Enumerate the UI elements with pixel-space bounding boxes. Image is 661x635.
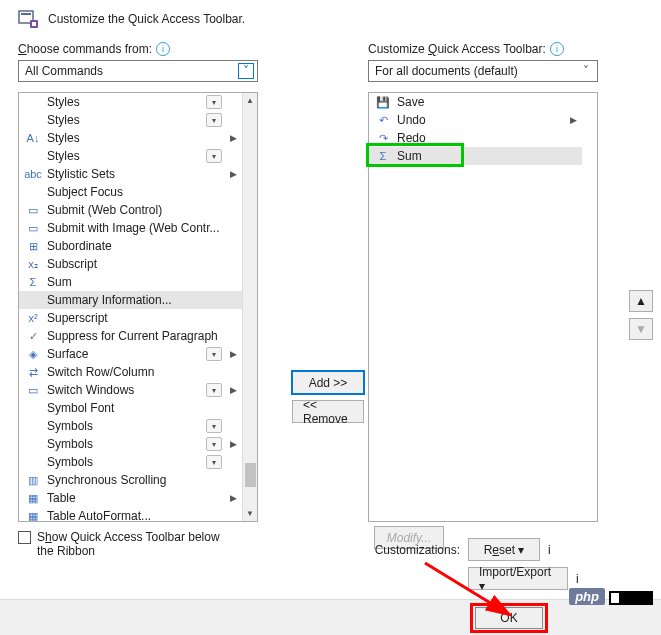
info-icon[interactable]: i [550,42,564,56]
submenu-icon: ▶ [224,133,242,143]
dialog-footer [0,599,661,635]
command-item[interactable]: Σ Sum [19,273,242,291]
chevron-down-icon: ˅ [578,63,594,79]
dropdown-icon: ▾ [206,347,222,361]
item-icon: x₂ [25,256,41,272]
triangle-down-icon: ▼ [635,322,647,336]
command-item[interactable]: Styles ▾ [19,147,242,165]
add-button[interactable]: Add >> [292,371,364,394]
scrollbar[interactable]: ▲ ▼ [242,93,257,521]
command-item[interactable]: Symbols ▾ [19,453,242,471]
command-item[interactable]: Subject Focus [19,183,242,201]
submenu-icon: ▶ [564,115,582,125]
item-icon: ↶ [375,112,391,128]
item-label: Subordinate [47,239,224,253]
command-item[interactable]: A↓ Styles ▶ [19,129,242,147]
svg-rect-3 [32,22,36,26]
move-down-button: ▼ [629,318,653,340]
command-item[interactable]: Summary Information... [19,291,242,309]
command-item[interactable]: ⊞ Subordinate [19,237,242,255]
commands-from-value: All Commands [25,64,103,78]
command-item[interactable]: Symbols ▾ [19,417,242,435]
item-label: Styles [47,95,206,109]
item-icon: ▭ [25,382,41,398]
import-export-button[interactable]: Import/Export ▾ [468,567,568,590]
command-item[interactable]: ▭ Submit (Web Control) [19,201,242,219]
command-item[interactable]: ⇄ Switch Row/Column [19,363,242,381]
import-export-label: Import/Export ▾ [479,565,557,593]
command-item[interactable]: Symbol Font [19,399,242,417]
watermark: php [569,588,605,605]
item-icon: ▭ [25,202,41,218]
item-icon: x² [25,310,41,326]
reset-button-label: Reset ▾ [484,543,525,557]
customizations-label: Customizations: [365,543,460,557]
dropdown-icon: ▾ [206,95,222,109]
command-item[interactable]: ▭ Switch Windows ▾ ▶ [19,381,242,399]
command-item[interactable]: ▦ Table AutoFormat... [19,507,242,521]
qat-header-icon [18,8,40,30]
dropdown-icon: ▾ [206,113,222,127]
item-label: Suppress for Current Paragraph [47,329,224,343]
commands-listbox[interactable]: Styles ▾ Styles ▾ A↓ Styles ▶ Styles ▾ a… [18,92,258,522]
item-label: Subscript [47,257,224,271]
item-icon: ▭ [25,220,41,236]
item-label: Table AutoFormat... [47,509,224,521]
item-label: Switch Row/Column [47,365,224,379]
command-item[interactable]: Styles ▾ [19,111,242,129]
command-item[interactable]: ▦ Table ▶ [19,489,242,507]
choose-commands-label: Choose commands from: [18,42,152,56]
show-below-ribbon-checkbox[interactable] [18,531,31,544]
command-item[interactable]: ✓ Suppress for Current Paragraph [19,327,242,345]
item-label: Surface [47,347,206,361]
command-item[interactable]: x₂ Subscript [19,255,242,273]
reset-button[interactable]: Reset ▾ [468,538,540,561]
item-label: Submit (Web Control) [47,203,224,217]
add-button-label: Add >> [309,376,348,390]
remove-button[interactable]: << Remove [292,400,364,423]
qat-item[interactable]: ↶ Undo ▶ [369,111,582,129]
annotation-highlight [470,603,548,633]
item-icon: A↓ [25,130,41,146]
item-label: Save [397,95,582,109]
item-icon: 💾 [375,94,391,110]
for-documents-dropdown[interactable]: For all documents (default) ˅ [368,60,598,82]
command-item[interactable]: ▭ Submit with Image (Web Contr... [19,219,242,237]
command-item[interactable]: abc Stylistic Sets ▶ [19,165,242,183]
info-icon[interactable]: i [576,572,579,586]
scroll-down-icon[interactable]: ▼ [243,506,258,521]
item-label: Table [47,491,224,505]
item-icon: ▦ [25,508,41,521]
command-item[interactable]: x² Superscript [19,309,242,327]
command-item[interactable]: ◈ Surface ▾ ▶ [19,345,242,363]
triangle-up-icon: ▲ [635,294,647,308]
scroll-up-icon[interactable]: ▲ [243,93,258,108]
item-label: Symbols [47,455,206,469]
item-icon: abc [25,166,41,182]
dropdown-icon: ▾ [206,419,222,433]
item-icon [25,454,41,470]
command-item[interactable]: Symbols ▾ ▶ [19,435,242,453]
item-icon: ⇄ [25,364,41,380]
item-icon: ▥ [25,472,41,488]
dropdown-icon: ▾ [206,149,222,163]
command-item[interactable]: Styles ▾ [19,93,242,111]
dropdown-icon: ▾ [206,437,222,451]
item-icon [25,148,41,164]
item-icon [25,94,41,110]
item-label: Switch Windows [47,383,206,397]
item-label: Sum [47,275,224,289]
item-icon [25,184,41,200]
item-label: Subject Focus [47,185,224,199]
command-item[interactable]: ▥ Synchronous Scrolling [19,471,242,489]
item-icon: ◈ [25,346,41,362]
qat-listbox[interactable]: 💾 Save ↶ Undo ▶↷ Redo Σ Sum [368,92,598,522]
scroll-thumb[interactable] [245,463,256,487]
info-icon[interactable]: i [156,42,170,56]
for-documents-value: For all documents (default) [375,64,518,78]
info-icon[interactable]: i [548,543,551,557]
item-label: Synchronous Scrolling [47,473,224,487]
move-up-button[interactable]: ▲ [629,290,653,312]
commands-from-dropdown[interactable]: All Commands ˅ [18,60,258,82]
qat-item[interactable]: 💾 Save [369,93,582,111]
